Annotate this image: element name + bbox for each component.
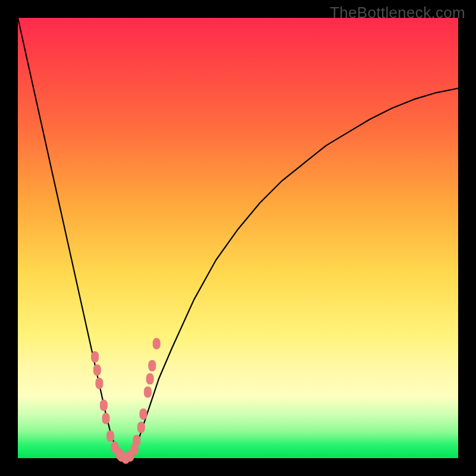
- chart-frame: TheBottleneck.com: [0, 0, 476, 476]
- highlight-point: [144, 387, 151, 397]
- highlight-point: [100, 400, 107, 411]
- bottleneck-curve: [18, 18, 458, 458]
- highlight-point: [140, 409, 147, 419]
- highlight-point: [93, 365, 101, 375]
- watermark-text: TheBottleneck.com: [330, 4, 465, 22]
- highlight-point: [146, 374, 154, 384]
- highlight-point: [137, 422, 145, 433]
- chart-svg: [18, 18, 458, 458]
- highlight-point: [92, 352, 99, 362]
- highlight-point: [149, 361, 156, 371]
- plot-area: [18, 18, 458, 458]
- highlight-point: [153, 339, 160, 349]
- highlight-point: [107, 431, 114, 441]
- highlight-point: [96, 378, 103, 389]
- highlight-point: [133, 435, 140, 446]
- highlight-point: [102, 413, 109, 424]
- highlight-points-group: [92, 339, 161, 464]
